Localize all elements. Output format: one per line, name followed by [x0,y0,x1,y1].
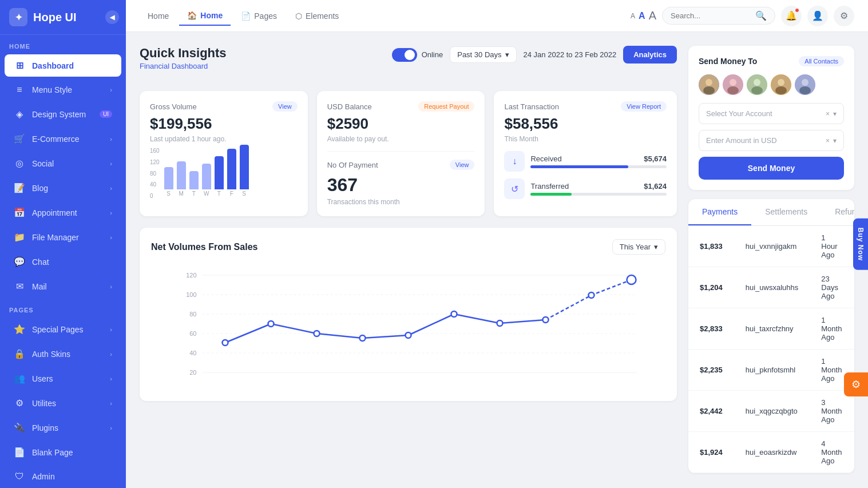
sidebar-label-chat: Chat [32,257,49,267]
sidebar-item-design-system[interactable]: ◈ Design System UI [5,103,121,125]
gross-volume-view-btn[interactable]: View [272,101,298,112]
blog-icon: 📝 [14,182,25,193]
bar-day-label: S [167,191,171,197]
sidebar-label-special-pages: Special Pages [32,325,84,334]
insights-title: Quick Insights [140,46,227,61]
transferred-progress-fill [530,193,571,196]
all-contacts-btn[interactable]: All Contacts [799,56,844,66]
transferred-info: Transferred $1,624 [530,182,667,196]
sidebar-item-social[interactable]: ◎ Social › [5,152,121,174]
avatar-2[interactable] [723,74,743,95]
chevron-icon-11: › [110,400,112,407]
settings-nav-btn[interactable]: ⚙ [834,6,854,26]
online-toggle[interactable] [392,48,417,62]
payment-id[interactable]: hui_vxnnjigakm [734,226,810,267]
svg-point-26 [799,86,811,94]
home-section-label: HOME [0,35,126,53]
search-input[interactable] [671,11,751,20]
bar-group: M [177,161,186,197]
avatar-4[interactable] [771,74,791,95]
topnav-pages-label: Pages [254,11,277,21]
svg-point-13 [706,79,712,86]
pages-icon: 📄 [241,11,251,21]
avatar-1[interactable] [699,74,719,95]
sidebar-item-ecommerce[interactable]: 🛒 E-Commerce › [5,128,121,150]
sidebar-item-special-pages[interactable]: ⭐ Special Pages › [5,318,121,340]
search-box[interactable]: 🔍 [662,7,775,25]
main-area: Home 🏠 Home 📄 Pages ⬡ Elements A A A [126,0,868,488]
settings-fab[interactable]: ⚙ [844,372,868,396]
payment-id[interactable]: hui_eoasrkizdw [734,432,810,473]
tab-settlements[interactable]: Settlements [751,199,821,225]
dropdown-chevron: ▾ [505,50,509,59]
font-large-btn[interactable]: A [649,9,656,22]
content-area: Quick Insights Financial Dashboard Onlin… [126,32,868,488]
topnav-pages[interactable]: 📄 Pages [233,7,285,25]
sidebar-item-appointment[interactable]: 📅 Appointment › [5,201,121,224]
request-payout-btn[interactable]: Request Payout [418,101,474,112]
bar-chart-y-labels: 160 120 80 40 0 [150,148,160,199]
avatar-3[interactable] [747,74,767,95]
select-account-field[interactable]: Select Your Account × ▾ [699,103,844,124]
gross-volume-amount: $199,556 [150,115,298,133]
sidebar-item-mail[interactable]: ✉ Mail › [5,275,121,297]
payment-id[interactable]: hui_pknfotsmhl [734,350,810,391]
progress-wrap: ↓ Received $5,674 [504,151,667,199]
sidebar-item-plugins[interactable]: 🔌 Plugins › [5,416,121,439]
elements-icon: ⬡ [295,11,302,21]
users-icon: 👥 [14,373,25,384]
sidebar-item-users[interactable]: 👥 Users › [5,367,121,390]
view-report-btn[interactable]: View Report [621,101,667,112]
chevron-icon-6: › [110,234,112,241]
font-small-btn[interactable]: A [631,12,635,20]
payment-amount: $1,833 [688,226,734,267]
payment-id[interactable]: hui_uwsxaluhhs [734,267,810,308]
sidebar-item-blog[interactable]: 📝 Blog › [5,177,121,199]
sidebar-label-dashboard: Dashboard [32,61,74,70]
payment-amount: $2,833 [688,308,734,350]
send-money-btn[interactable]: Send Money [699,157,844,180]
bar [202,164,211,190]
buy-now-tab[interactable]: Buy Now [853,218,868,269]
social-icon: ◎ [14,158,25,169]
topnav-links: Home 🏠 Home 📄 Pages ⬡ Elements [140,6,628,26]
utilites-icon: ⚙ [14,398,25,408]
notifications-btn[interactable]: 🔔 [781,6,802,26]
user-profile-btn[interactable]: 👤 [807,6,828,26]
sidebar-item-utilites[interactable]: ⚙ Utilites › [5,392,121,414]
payment-id[interactable]: hui_xqgczqbgto [734,391,810,432]
sidebar-item-admin[interactable]: 🛡 Admin [5,466,121,487]
sidebar-collapse-btn[interactable]: ◀ [105,10,119,24]
year-dropdown[interactable]: This Year ▾ [612,239,665,255]
chevron-icon-5: › [110,209,112,216]
payments-table: $1,833 hui_vxnnjigakm 1 Hour Ago Process… [688,226,854,473]
topnav-elements[interactable]: ⬡ Elements [287,7,347,25]
enter-amount-field[interactable]: Enter Amount in USD × ▾ [699,130,844,151]
sidebar-item-auth-skins[interactable]: 🔒 Auth Skins › [5,343,121,365]
font-medium-btn[interactable]: A [639,11,645,21]
line-chart-svg: 120 100 80 60 40 20 [151,264,665,390]
payment-time: 23 Days Ago [810,267,853,308]
sidebar-item-file-manager[interactable]: 📁 File Manager › [5,226,121,248]
topnav-home[interactable]: 🏠 Home [179,6,231,26]
tab-payments[interactable]: Payments [688,199,751,225]
payment-count-view-btn[interactable]: View [450,160,475,170]
sidebar-item-menu-style[interactable]: ≡ Menu Style › [5,79,121,101]
year-chevron: ▾ [654,243,658,251]
tab-refunds[interactable]: Refunds [821,199,854,225]
analytics-button[interactable]: Analytics [623,46,677,64]
table-row: $1,833 hui_vxnnjigakm 1 Hour Ago Process… [688,226,854,267]
blank-page-icon: 📄 [14,447,25,458]
svg-point-17 [727,86,739,94]
sidebar-item-blank-page[interactable]: 📄 Blank Page [5,441,121,463]
sidebar-item-chat[interactable]: 💬 Chat [5,251,121,273]
chevron-down-amount-icon: ▾ [833,137,837,145]
period-label: Past 30 Days [457,50,501,59]
topnav-home-breadcrumb[interactable]: Home [140,7,177,25]
content-right: Send Money To All Contacts [688,46,854,474]
sidebar-item-dashboard[interactable]: ⊞ Dashboard [5,54,121,77]
period-dropdown[interactable]: Past 30 Days ▾ [450,46,516,63]
avatar-5[interactable] [795,74,815,95]
payment-id[interactable]: hui_taxrcfzhny [734,308,810,350]
payment-time: 1 Month Ago [810,308,853,350]
